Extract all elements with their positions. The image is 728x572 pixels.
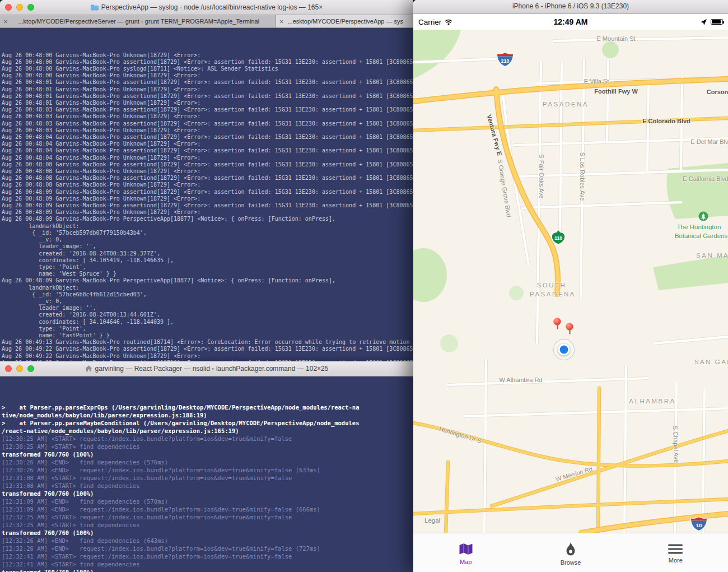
map-label: W Alhambra Rd: [499, 376, 542, 383]
terminal-line: [12:31:08 AM] <START> find dependencies: [2, 482, 412, 490]
terminal-line: [12:31:09 AM] <END> request:/index.ios.b…: [2, 505, 412, 513]
terminal-line: Aug 26 00:49:13 Garvins-MacBook-Pro rout…: [2, 339, 412, 346]
tab-browse-label: Browse: [561, 559, 581, 566]
terminal-line: [12:32:41 AM] <START> find dependencies: [2, 560, 412, 568]
svg-text:210: 210: [501, 58, 509, 64]
terminal-line: Aug 26 00:48:01 Garvins-MacBook-Pro Unkn…: [2, 86, 412, 93]
terminal-line: Aug 26 00:48:09 Garvins-MacBook-Pro Pers…: [2, 216, 412, 222]
terminal-line: Aug 26 00:48:09 Garvins-MacBook-Pro Unkn…: [2, 196, 412, 202]
map-pin[interactable]: [554, 318, 561, 325]
terminal-line: > at Parser.pp.parseMaybeConditional (/U…: [2, 419, 412, 427]
terminal-titlebar[interactable]: PerspectiveApp — syslog ◦ node /usr/loca…: [0, 0, 413, 15]
terminal-line: Aug 26 00:48:03 Garvins-MacBook-Pro Unkn…: [2, 113, 412, 120]
svg-text:110: 110: [554, 235, 562, 241]
terminal-line: Aug 26 00:48:03 Garvins-MacBook-Pro Unkn…: [2, 127, 412, 134]
status-time: 12:49 AM: [413, 17, 728, 26]
terminal-tab[interactable]: × ...ktop/MYCODE/PerspectiveServer — gru…: [0, 15, 276, 27]
terminal-line: Aug 26 00:48:04 Garvins-MacBook-Pro Unkn…: [2, 155, 412, 161]
terminal-line: Aug 26 00:48:08 Garvins-MacBook-Pro asse…: [2, 161, 412, 168]
map-label: SOUTH: [537, 282, 567, 289]
terminal-line: Aug 26 00:48:00 Garvins-MacBook-Pro Unkn…: [2, 72, 412, 79]
terminal-line: /react-native/node_modules/babylon/lib/p…: [2, 427, 412, 435]
terminal-tabstrip: × ...ktop/MYCODE/PerspectiveServer — gru…: [0, 15, 413, 28]
map-view[interactable]: E Mountain StE Villa StFoothill Fwy WCor…: [413, 30, 728, 533]
map-label: S Los Robles Ave: [579, 152, 586, 201]
highway-shield-10: 10: [690, 516, 708, 532]
tab-browse[interactable]: Browse: [518, 533, 623, 572]
tree-icon: [698, 211, 708, 221]
minimize-window-button[interactable]: [16, 4, 23, 11]
terminal-line: leader_image: '',: [2, 305, 412, 311]
terminal-line: > at Parser.pp.parseExprOps (/Users/garv…: [2, 403, 412, 411]
minimize-window-button[interactable]: [16, 365, 23, 372]
svg-text:10: 10: [696, 522, 702, 528]
close-window-button[interactable]: [5, 365, 12, 372]
terminal-line: [12:30:26 AM] <END> find dependencies (5…: [2, 458, 412, 466]
terminal-line: [12:31:08 AM] <START> request:/index.ios…: [2, 474, 412, 482]
close-icon[interactable]: ×: [279, 18, 284, 25]
terminal-line: [12:31:09 AM] <END> find dependencies (5…: [2, 497, 412, 505]
close-window-button[interactable]: [5, 4, 12, 11]
simulator-window: iPhone 6 - iPhone 6 / iOS 9.3 (13E230) C…: [413, 0, 728, 572]
terminal-line: transformed 760/760 (100%): [2, 450, 412, 458]
terminal-line: landmarkObject:: [2, 285, 412, 291]
terminal-line: name: 'EastPoint' } }: [2, 332, 412, 339]
legal-link[interactable]: Legal: [424, 517, 440, 524]
map-label: E Colorado Blvd: [642, 118, 690, 124]
user-location-dot: [553, 339, 575, 360]
terminal-titlebar[interactable]: garvinling — React Packager — nsolid ◦ l…: [0, 361, 413, 376]
terminal-line: Aug 26 00:48:01 Garvins-MacBook-Pro Unkn…: [2, 100, 412, 106]
terminal-line: [12:32:25 AM] <START> request:/index.ios…: [2, 513, 412, 521]
simulator-titlebar[interactable]: iPhone 6 - iPhone 6 / iOS 9.3 (13E230): [413, 0, 728, 14]
terminal-line: [12:32:25 AM] <START> find dependencies: [2, 521, 412, 529]
window-title-text: garvinling — React Packager — nsolid ◦ l…: [95, 365, 329, 373]
location-blue-dot: [558, 344, 570, 356]
terminal-line: [12:32:26 AM] <END> request:/index.ios.b…: [2, 545, 412, 552]
map-label: S Chapel Ave: [672, 426, 680, 463]
status-bar: Carrier 12:49 AM: [413, 14, 728, 30]
tab-more[interactable]: More: [623, 533, 728, 572]
terminal-line: Aug 26 00:48:08 Garvins-MacBook-Pro asse…: [2, 175, 412, 182]
map-label: E California Blvd: [683, 175, 728, 182]
folder-icon: [91, 4, 99, 11]
terminal-window-packager: garvinling — React Packager — nsolid ◦ l…: [0, 361, 413, 572]
map-label: E Del Mar Blvd: [690, 138, 728, 145]
window-title: PerspectiveApp — syslog ◦ node /usr/loca…: [91, 3, 323, 11]
traffic-lights: [5, 365, 34, 372]
map-label: The Huntington: [677, 224, 721, 230]
terminal-line: Aug 26 00:48:01 Garvins-MacBook-Pro asse…: [2, 93, 412, 100]
terminal-tab[interactable]: × ...esktop/MYCODE/PerspectiveApp — sys: [276, 15, 413, 27]
terminal-line: created: '2016-08-24T00:33:29.377Z',: [2, 250, 412, 257]
window-title: garvinling — React Packager — nsolid ◦ l…: [85, 365, 329, 373]
close-icon[interactable]: ×: [3, 18, 8, 25]
terminal-line: { _id: '57bceb597db07f79150b43b4',: [2, 230, 412, 236]
terminal-line: Aug 26 00:48:08 Garvins-MacBook-Pro Unkn…: [2, 182, 412, 188]
terminal-line: Aug 26 00:48:03 Garvins-MacBook-Pro asse…: [2, 120, 412, 127]
terminal-line: [12:32:41 AM] <START> request:/index.ios…: [2, 552, 412, 560]
tab-map[interactable]: Map: [413, 533, 518, 572]
map-label: E Villa St: [584, 78, 609, 85]
menu-icon: [668, 544, 683, 554]
tab-more-label: More: [669, 557, 683, 564]
terminal-line: name: 'West Spruce' } }: [2, 271, 412, 277]
terminal-line: tive/node_modules/babylon/lib/parser/exp…: [2, 411, 412, 419]
terminal-line: { _id: '57bce6b8c4fb612d15cbed03',: [2, 291, 412, 298]
map-label: PASADENA: [530, 291, 576, 297]
map-pin[interactable]: [566, 323, 573, 331]
terminal-output[interactable]: Aug 26 00:48:00 Garvins-MacBook-Pro Unkn…: [0, 28, 413, 361]
terminal-line: Aug 26 00:48:09 Garvins-MacBook-Pro asse…: [2, 189, 412, 196]
highway-shield-110: 110: [550, 229, 567, 245]
zoom-window-button[interactable]: [27, 4, 34, 11]
zoom-window-button[interactable]: [27, 365, 34, 372]
terminal-line: leader_image: '',: [2, 243, 412, 250]
terminal-tab-label: ...ktop/MYCODE/PerspectiveServer — grunt…: [11, 18, 276, 25]
map-label: Botanical Gardens: [675, 232, 728, 239]
location-arrow-icon: [700, 18, 707, 26]
terminal-line: Aug 26 00:49:22 Garvins-MacBook-Pro Unkn…: [2, 353, 412, 360]
terminal-line: landmarkObject:: [2, 223, 412, 230]
map-label: E Mountain St: [596, 35, 635, 42]
terminal-line: transformed 760/760 (100%): [2, 568, 412, 572]
terminal-output[interactable]: > at Parser.pp.parseExprOps (/Users/garv…: [0, 376, 413, 572]
terminal-line: Aug 26 00:48:09 Garvins-MacBook-Pro Pers…: [2, 277, 412, 284]
status-right-icons: [700, 18, 723, 26]
